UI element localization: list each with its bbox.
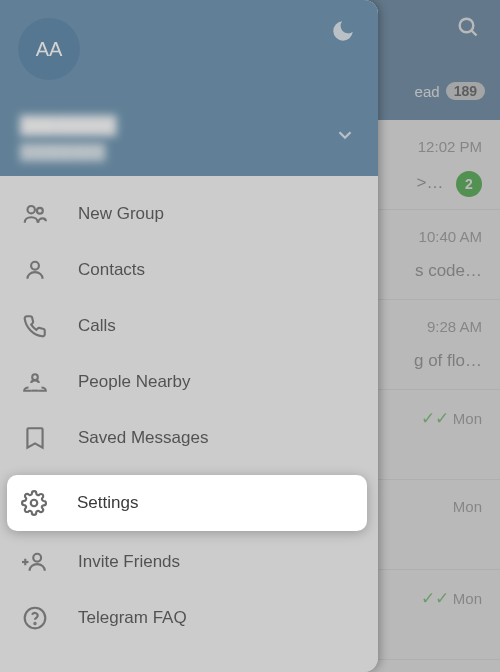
nearby-icon xyxy=(22,369,48,395)
drawer-menu: New Group Contacts Calls People Nearby S… xyxy=(0,176,378,646)
chevron-down-icon[interactable] xyxy=(334,124,356,146)
group-icon xyxy=(22,201,48,227)
tab-unread[interactable]: ead 189 xyxy=(415,82,485,100)
navigation-drawer: AA ████████ ████████ New Group Contacts … xyxy=(0,0,378,672)
menu-invite-friends[interactable]: Invite Friends xyxy=(0,534,378,590)
menu-label: Calls xyxy=(78,316,116,336)
menu-label: Settings xyxy=(77,493,138,513)
menu-settings-highlighted[interactable]: Settings xyxy=(7,475,367,531)
phone-icon xyxy=(22,313,48,339)
menu-label: New Group xyxy=(78,204,164,224)
svg-line-1 xyxy=(472,31,477,36)
search-icon[interactable] xyxy=(456,15,480,39)
gear-icon xyxy=(21,490,47,516)
menu-label: People Nearby xyxy=(78,372,190,392)
chat-preview: >… xyxy=(417,173,444,192)
menu-label: Saved Messages xyxy=(78,428,208,448)
menu-people-nearby[interactable]: People Nearby xyxy=(0,354,378,410)
menu-calls[interactable]: Calls xyxy=(0,298,378,354)
menu-label: Invite Friends xyxy=(78,552,180,572)
menu-label: Telegram FAQ xyxy=(78,608,187,628)
night-mode-icon[interactable] xyxy=(330,18,356,44)
invite-icon xyxy=(22,549,48,575)
svg-point-5 xyxy=(32,374,38,380)
account-phone: ████████ xyxy=(20,143,105,160)
drawer-header: AA ████████ ████████ xyxy=(0,0,378,176)
unread-count-badge: 189 xyxy=(446,82,485,100)
help-icon xyxy=(22,605,48,631)
menu-new-group[interactable]: New Group xyxy=(0,186,378,242)
checkmarks-icon: ✓✓ xyxy=(421,589,449,608)
person-icon xyxy=(22,257,48,283)
svg-point-3 xyxy=(37,208,43,214)
svg-point-0 xyxy=(460,19,474,33)
chat-preview: g of flo… xyxy=(414,351,482,370)
menu-label: Contacts xyxy=(78,260,145,280)
svg-point-4 xyxy=(31,262,39,270)
menu-saved-messages[interactable]: Saved Messages xyxy=(0,410,378,466)
chat-preview: s code… xyxy=(415,261,482,280)
tab-label: ead xyxy=(415,83,440,100)
svg-point-7 xyxy=(33,554,41,562)
avatar[interactable]: AA xyxy=(18,18,80,80)
menu-contacts[interactable]: Contacts xyxy=(0,242,378,298)
unread-badge: 2 xyxy=(456,171,482,197)
menu-faq[interactable]: Telegram FAQ xyxy=(0,590,378,646)
checkmarks-icon: ✓✓ xyxy=(421,409,449,428)
bookmark-icon xyxy=(22,425,48,451)
svg-point-2 xyxy=(28,206,35,213)
account-name: ████████ xyxy=(20,116,116,136)
svg-point-11 xyxy=(34,623,35,624)
svg-point-12 xyxy=(31,500,38,507)
